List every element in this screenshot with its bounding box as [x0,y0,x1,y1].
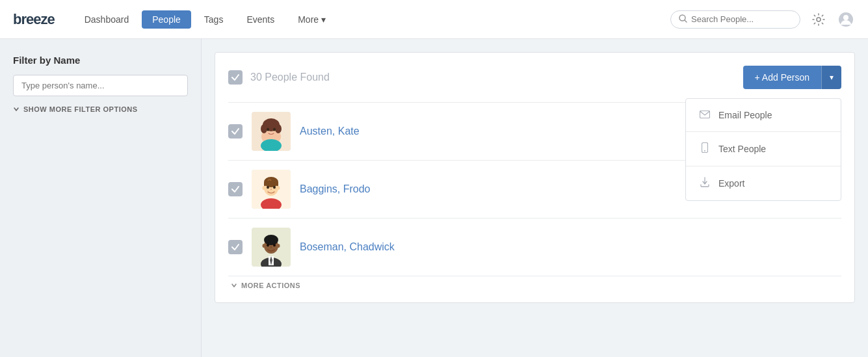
svg-point-22 [270,189,272,190]
check-icon [231,73,239,81]
export-action[interactable]: Export [686,166,841,200]
arrow-down-icon [13,106,20,112]
person-name[interactable]: Boseman, Chadwick [300,241,841,253]
svg-point-11 [267,128,269,131]
svg-point-17 [264,177,278,187]
text-people-label: Text People [718,144,766,154]
nav-tags[interactable]: Tags [194,10,234,29]
user-account-icon[interactable] [837,10,855,29]
svg-point-2 [817,18,821,21]
toolbar: 30 People Found + Add Person ▾ [228,66,841,89]
svg-point-38 [704,150,705,152]
table-row: Boseman, Chadwick [228,218,841,276]
mobile-icon [699,142,711,155]
more-actions-label: MORE ACTIONS [241,282,300,289]
filter-title: Filter by Name [13,55,188,66]
person-checkbox[interactable] [228,240,243,254]
text-people-action[interactable]: Text People [686,132,841,166]
svg-point-10 [275,124,282,133]
svg-point-21 [273,186,276,189]
svg-line-1 [685,20,687,22]
nav-more[interactable]: More ▾ [287,10,336,29]
nav-right [670,10,855,29]
navbar: breeze Dashboard People Tags Events More… [0,0,868,39]
person-checkbox[interactable] [228,182,243,196]
main-panel: 30 People Found + Add Person ▾ [215,52,855,303]
add-person-dropdown-toggle[interactable]: ▾ [821,66,841,89]
nav-events[interactable]: Events [236,10,285,29]
svg-point-32 [273,244,276,246]
nav-people[interactable]: People [142,10,191,29]
select-all-checkbox[interactable] [228,70,243,85]
svg-point-20 [267,186,269,189]
page-layout: Filter by Name SHOW MORE FILTER OPTIONS … [0,39,868,357]
check-icon [231,185,239,193]
svg-rect-18 [264,182,266,186]
svg-rect-19 [276,182,278,186]
svg-point-9 [261,124,267,133]
more-actions[interactable]: MORE ACTIONS [228,282,841,289]
svg-point-23 [263,186,266,190]
search-icon [679,14,687,25]
name-filter-input[interactable] [13,75,188,96]
settings-icon[interactable] [809,10,828,29]
email-people-label: Email People [718,110,772,120]
arrow-down-icon [231,282,237,289]
toolbar-left: 30 People Found [228,70,330,85]
download-icon [699,177,711,190]
svg-point-24 [277,186,280,190]
add-person-button[interactable]: + Add Person [743,66,821,89]
svg-point-30 [264,235,278,245]
main-content: 30 People Found + Add Person ▾ [202,39,868,357]
svg-point-34 [263,244,266,248]
people-count: 30 People Found [250,72,330,83]
envelope-icon [699,109,711,121]
nav-dashboard[interactable]: Dashboard [74,10,140,29]
svg-point-33 [270,246,272,248]
check-icon [231,243,239,251]
brand-logo: breeze [13,11,55,28]
avatar [252,112,291,151]
svg-point-35 [277,244,280,248]
svg-point-4 [843,15,848,20]
email-people-action[interactable]: Email People [686,99,841,132]
show-more-filters[interactable]: SHOW MORE FILTER OPTIONS [13,105,188,113]
svg-point-31 [267,244,269,246]
actions-panel: Email People Text People [685,98,841,201]
nav-links: Dashboard People Tags Events More ▾ [74,10,670,29]
svg-point-12 [273,128,276,131]
avatar [252,228,291,267]
check-icon [231,127,239,135]
search-box[interactable] [670,10,800,29]
add-person-btn-group: + Add Person ▾ [743,66,841,89]
person-checkbox[interactable] [228,124,243,139]
export-label: Export [718,178,744,189]
avatar [252,170,291,209]
sidebar: Filter by Name SHOW MORE FILTER OPTIONS [0,39,202,357]
search-input[interactable] [691,14,792,24]
